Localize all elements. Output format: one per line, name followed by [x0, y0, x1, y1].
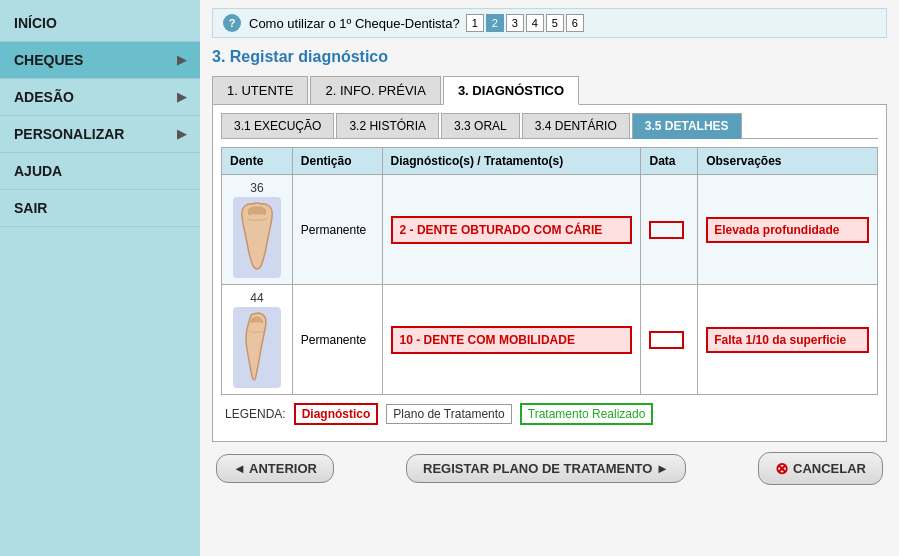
tooth-image-container [233, 307, 281, 388]
cancelar-button[interactable]: ⊗ CANCELAR [758, 452, 883, 485]
page-title: 3. Registar diagnóstico [212, 48, 887, 66]
tooth-cell: 36 [222, 175, 293, 285]
sidebar-item-label: INÍCIO [14, 15, 57, 31]
diagnosis-table: Dente Dentição Diagnóstico(s) / Tratamen… [221, 147, 878, 395]
tabs-l1: 1. UTENTE 2. INFO. PRÉVIA 3. DIAGNÓSTICO [212, 76, 887, 105]
sidebar: INÍCIO CHEQUES ▶ ADESÃO ▶ PERSONALIZAR ▶… [0, 0, 200, 556]
legend-done: Tratamento Realizado [520, 403, 654, 425]
col-data: Data [641, 148, 698, 175]
date-box[interactable] [649, 221, 684, 239]
tooth-image-container [233, 197, 281, 278]
tooth-icon [237, 311, 277, 381]
step-btn-3[interactable]: 3 [506, 14, 524, 32]
sidebar-item-label: PERSONALIZAR [14, 126, 124, 142]
legend-label: LEGENDA: [225, 407, 286, 421]
col-denticao: Dentição [292, 148, 382, 175]
tab-info-previa[interactable]: 2. INFO. PRÉVIA [310, 76, 440, 104]
help-icon[interactable]: ? [223, 14, 241, 32]
col-obs: Observações [698, 148, 878, 175]
diagnosis-cell: 10 - DENTE COM MOBILIDADE [382, 285, 641, 395]
date-cell [641, 285, 698, 395]
tab-execucao[interactable]: 3.1 EXECUÇÃO [221, 113, 334, 138]
sidebar-item-label: SAIR [14, 200, 47, 216]
sidebar-item-sair[interactable]: SAIR [0, 190, 200, 227]
tooth-number: 44 [230, 291, 284, 305]
sidebar-item-label: ADESÃO [14, 89, 74, 105]
date-cell [641, 175, 698, 285]
tabs-l2-container: 3.1 EXECUÇÃO 3.2 HISTÓRIA 3.3 ORAL 3.4 D… [212, 105, 887, 442]
step-btn-4[interactable]: 4 [526, 14, 544, 32]
legend: LEGENDA: Diagnóstico Plano de Tratamento… [221, 395, 878, 433]
diagnosis-cell: 2 - DENTE OBTURADO COM CÁRIE [382, 175, 641, 285]
main-content: ? Como utilizar o 1º Cheque-Dentista? 1 … [200, 0, 899, 556]
tooth-type: Permanente [292, 175, 382, 285]
col-diag: Diagnóstico(s) / Tratamento(s) [382, 148, 641, 175]
table-row: 36 Permanente [222, 175, 878, 285]
legend-plan: Plano de Tratamento [386, 404, 511, 424]
cancel-icon: ⊗ [775, 459, 788, 478]
step-btn-6[interactable]: 6 [566, 14, 584, 32]
sidebar-item-personalizar[interactable]: PERSONALIZAR ▶ [0, 116, 200, 153]
step-btn-2[interactable]: 2 [486, 14, 504, 32]
tooth-type: Permanente [292, 285, 382, 395]
observation-cell: Falta 1/10 da superficie [698, 285, 878, 395]
observation-cell: Elevada profundidade [698, 175, 878, 285]
sidebar-item-adesao[interactable]: ADESÃO ▶ [0, 79, 200, 116]
tab-detalhes[interactable]: 3.5 DETALHES [632, 113, 742, 139]
sidebar-item-inicio[interactable]: INÍCIO [0, 5, 200, 42]
tooth-number: 36 [230, 181, 284, 195]
tabs-l2: 3.1 EXECUÇÃO 3.2 HISTÓRIA 3.3 ORAL 3.4 D… [221, 113, 878, 139]
diagnosis-box: 10 - DENTE COM MOBILIDADE [391, 326, 633, 354]
top-bar: ? Como utilizar o 1º Cheque-Dentista? 1 … [212, 8, 887, 38]
tab-oral[interactable]: 3.3 ORAL [441, 113, 520, 138]
chevron-right-icon: ▶ [177, 127, 186, 141]
help-text: Como utilizar o 1º Cheque-Dentista? [249, 16, 460, 31]
sidebar-item-label: AJUDA [14, 163, 62, 179]
sidebar-item-label: CHEQUES [14, 52, 83, 68]
anterior-button[interactable]: ◄ ANTERIOR [216, 454, 334, 483]
tab-utente[interactable]: 1. UTENTE [212, 76, 308, 104]
step-btn-5[interactable]: 5 [546, 14, 564, 32]
sidebar-item-cheques[interactable]: CHEQUES ▶ [0, 42, 200, 79]
tooth-icon [237, 201, 277, 271]
observation-box: Falta 1/10 da superficie [706, 327, 869, 353]
date-box[interactable] [649, 331, 684, 349]
chevron-right-icon: ▶ [177, 90, 186, 104]
tooth-cell: 44 [222, 285, 293, 395]
step-buttons: 1 2 3 4 5 6 [466, 14, 584, 32]
bottom-bar: ◄ ANTERIOR REGISTAR PLANO DE TRATAMENTO … [212, 452, 887, 485]
tab-diagnostico[interactable]: 3. DIAGNÓSTICO [443, 76, 579, 105]
step-btn-1[interactable]: 1 [466, 14, 484, 32]
table-row: 44 Permanente [222, 285, 878, 395]
legend-diagnosis: Diagnóstico [294, 403, 379, 425]
registar-button[interactable]: REGISTAR PLANO DE TRATAMENTO ► [406, 454, 686, 483]
chevron-right-icon: ▶ [177, 53, 186, 67]
tab-historia[interactable]: 3.2 HISTÓRIA [336, 113, 439, 138]
sidebar-item-ajuda[interactable]: AJUDA [0, 153, 200, 190]
col-dente: Dente [222, 148, 293, 175]
diagnosis-box: 2 - DENTE OBTURADO COM CÁRIE [391, 216, 633, 244]
observation-box: Elevada profundidade [706, 217, 869, 243]
tab-dentario[interactable]: 3.4 DENTÁRIO [522, 113, 630, 138]
